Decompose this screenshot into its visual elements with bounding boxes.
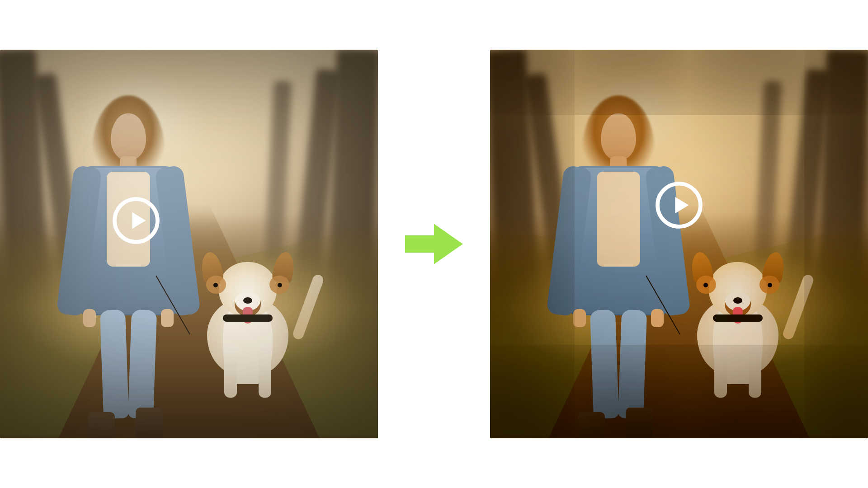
arrow-right-icon xyxy=(405,219,463,269)
before-after-stage xyxy=(0,0,868,488)
subject-dog xyxy=(679,244,797,398)
before-panel xyxy=(0,50,378,438)
subject-dog xyxy=(189,244,307,398)
play-icon[interactable] xyxy=(112,196,160,245)
subject-person xyxy=(88,89,169,432)
before-image xyxy=(0,50,378,438)
svg-marker-2 xyxy=(405,224,463,264)
after-image xyxy=(490,50,868,438)
subject-person xyxy=(578,89,659,432)
svg-marker-1 xyxy=(132,212,146,229)
after-panel xyxy=(490,50,868,438)
play-icon[interactable] xyxy=(655,181,703,230)
svg-marker-4 xyxy=(675,197,689,214)
